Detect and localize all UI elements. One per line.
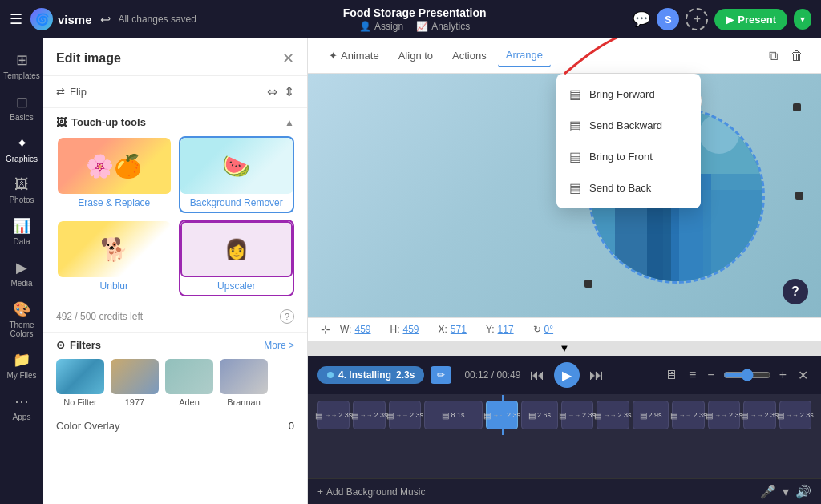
timeline: 4. Installing 2.3s ✏ 00:12 / 00:49 ⏮ ▶ ⏭… [308, 356, 821, 504]
bring-forward-item[interactable]: ▤ Bring Forward [556, 79, 701, 110]
resize-handle-bl[interactable] [584, 280, 592, 288]
segment-6[interactable]: ▤ 2.6s [521, 401, 558, 429]
flip-vertical-button[interactable]: ⇕ [284, 84, 294, 99]
y-value[interactable]: 117 [498, 324, 514, 335]
segment-5[interactable]: 12.6s ▤ →→ 2.3s [486, 401, 518, 429]
add-music-plus-icon: + [317, 486, 323, 498]
sidebar-item-basics[interactable]: ◻ Basics [0, 87, 43, 128]
tool-upscaler-image: 👩 [180, 221, 293, 277]
help-button[interactable]: ? [783, 279, 808, 304]
filter-aden[interactable]: Aden [165, 359, 213, 407]
send-backward-item[interactable]: ▤ Send Backward [556, 110, 701, 141]
filter-1977[interactable]: 1977 [111, 359, 159, 407]
resize-handle-tr[interactable] [793, 103, 801, 111]
credits-row: 492 / 500 credits left ? [43, 304, 307, 332]
arrange-button[interactable]: Arrange [498, 44, 551, 67]
apps-icon: ⋯ [14, 393, 29, 410]
bring-to-front-item[interactable]: ▤ Bring to Front [556, 141, 701, 172]
timeline-monitor-icon[interactable]: 🖥 [661, 365, 681, 385]
present-button[interactable]: ▶ Present [714, 9, 787, 30]
tool-erase-label: Erase & Replace [58, 194, 171, 212]
sidebar-item-templates[interactable]: ⊞ Templates [0, 45, 43, 87]
sidebar-item-graphics[interactable]: ✦ Graphics [0, 128, 43, 170]
w-value[interactable]: 459 [354, 324, 370, 335]
timeline-collapse-button[interactable]: ▼ [308, 341, 821, 356]
zoom-in-button[interactable]: + [776, 365, 790, 385]
copy-button[interactable]: ⧉ [764, 44, 783, 68]
segment-4[interactable]: ▤ 8.1s [424, 401, 483, 429]
panel-close-button[interactable]: ✕ [282, 50, 294, 67]
tool-unblur-label: Unblur [58, 277, 171, 295]
main-layout: ⊞ Templates ◻ Basics ✦ Graphics 🖼 Photos… [0, 38, 821, 504]
analytics-button[interactable]: 📈 Analytics [416, 21, 470, 32]
sidebar-item-apps[interactable]: ⋯ Apps [0, 386, 43, 428]
timeline-next-button[interactable]: ⏭ [586, 364, 607, 387]
seg6-icon: ▤ [528, 411, 536, 420]
height-dim: H: 459 [390, 324, 419, 335]
flip-horizontal-button[interactable]: ⇔ [267, 84, 277, 99]
seg11-icon: ▤ [706, 411, 713, 420]
zoom-out-button[interactable]: − [704, 365, 718, 385]
segment-1[interactable]: ▤ →→ 2.3s [317, 401, 350, 429]
filter-none[interactable]: No Filter [56, 359, 104, 407]
tool-erase-replace[interactable]: 🌸🍊 Erase & Replace [56, 136, 172, 213]
segment-2[interactable]: ▤ →→ 2.3s [353, 401, 385, 429]
zoom-slider[interactable] [723, 369, 771, 381]
delete-button[interactable]: 🗑 [786, 44, 808, 68]
filter-brannan[interactable]: Brannan [220, 359, 268, 407]
my-files-icon: 📁 [13, 351, 30, 369]
timeline-edit-button[interactable]: ✏ [431, 366, 451, 384]
assign-button[interactable]: 👤 Assign [359, 21, 403, 32]
angle-value[interactable]: 0° [544, 324, 553, 335]
tool-upscaler-label: Upscaler [180, 277, 293, 295]
avatar: S [657, 8, 679, 30]
filters-icon: ⊙ [56, 339, 65, 351]
actions-button[interactable]: Actions [444, 45, 495, 67]
segment-12[interactable]: ▤ →→ 2.3s [743, 401, 775, 429]
chat-icon[interactable]: 💬 [633, 10, 650, 28]
music-dropdown-icon[interactable]: ▾ [783, 484, 789, 499]
sidebar-item-theme-colors[interactable]: 🎨 Theme Colors [0, 294, 43, 345]
seg7-icon: ▤ [559, 411, 566, 420]
tool-erase-image: 🌸🍊 [58, 138, 171, 194]
seg9-icon: ▤ [640, 411, 647, 420]
segment-7[interactable]: ▤ →→ 2.3s [561, 401, 593, 429]
data-icon: 📊 [13, 217, 30, 235]
timeline-close-button[interactable]: ✕ [795, 365, 811, 386]
microphone-icon[interactable]: 🎤 [760, 484, 776, 499]
sidebar-item-photos[interactable]: 🖼 Photos [0, 170, 43, 211]
add-music-button[interactable]: + Add Background Music [317, 486, 425, 498]
timeline-play-button[interactable]: ▶ [554, 362, 580, 388]
segment-9[interactable]: ▤ 2.9s [633, 401, 669, 429]
timeline-prev-button[interactable]: ⏮ [527, 364, 548, 387]
tool-unblur[interactable]: 🐕 Unblur [56, 220, 172, 296]
segment-11[interactable]: ▤ →→ 2.3s [708, 401, 740, 429]
animate-button[interactable]: ✦ Animate [321, 45, 387, 67]
filters-more-link[interactable]: More > [264, 340, 294, 351]
present-dropdown-button[interactable]: ▾ [794, 9, 811, 30]
sidebar-item-media[interactable]: ▶ Media [0, 252, 43, 294]
resize-handle-r[interactable] [795, 192, 803, 200]
segment-8[interactable]: ▤ →→ 2.3s [597, 401, 629, 429]
assign-icon: 👤 [359, 21, 371, 32]
send-to-back-item[interactable]: ▤ Send to Back [556, 172, 701, 204]
sidebar-item-my-files[interactable]: 📁 My Files [0, 345, 43, 386]
touchup-toggle[interactable]: ▲ [285, 117, 294, 128]
menu-icon[interactable]: ☰ [10, 10, 22, 28]
sidebar-item-data[interactable]: 📊 Data [0, 211, 43, 252]
timeline-settings-icon[interactable]: ≡ [686, 365, 699, 385]
segment-3[interactable]: ▤ →→ 2.3s [389, 401, 421, 429]
h-value[interactable]: 459 [402, 324, 419, 335]
tool-upscaler[interactable]: 👩 Upscaler [179, 220, 295, 296]
credits-help-button[interactable]: ? [280, 309, 294, 324]
tool-background-remover[interactable]: 🍉 Background Remover [179, 136, 295, 213]
add-member-button[interactable]: + [686, 8, 708, 30]
align-to-button[interactable]: Align to [390, 45, 441, 67]
x-value[interactable]: 571 [451, 324, 467, 335]
timeline-playhead [502, 395, 504, 435]
undo-button[interactable]: ↩ [100, 12, 111, 27]
segment-13[interactable]: ▤ →→ 2.3s [779, 401, 811, 429]
timeline-right-controls: 🖥 ≡ − + ✕ [661, 365, 811, 386]
volume-icon[interactable]: 🔊 [795, 484, 811, 499]
segment-10[interactable]: ▤ →→ 2.3s [672, 401, 704, 429]
